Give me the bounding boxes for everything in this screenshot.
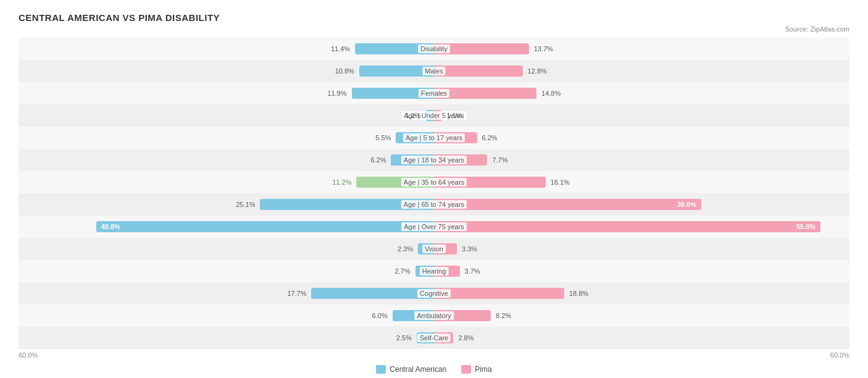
value-right: 18.8% — [567, 290, 588, 297]
chart-row: Males10.8%12.8% — [19, 60, 849, 82]
bar-container: Age | 65 to 74 years25.1%38.6% — [19, 198, 849, 211]
bar-right — [434, 65, 523, 77]
bar-label: Females — [419, 89, 449, 98]
value-left: 17.7% — [287, 290, 309, 297]
bar-label: Ambulatory — [414, 311, 454, 320]
bar-label: Disability — [418, 44, 450, 53]
legend: Central American Pima — [19, 365, 849, 374]
bar-label: Self-Care — [417, 334, 451, 342]
chart-row: Self-Care2.5%2.8% — [19, 327, 849, 349]
bar-label: Age | 5 to 17 years — [403, 133, 465, 142]
value-right: 6.2% — [480, 134, 498, 141]
bar-container: Hearing2.7%3.7% — [19, 264, 849, 278]
value-left: 5.5% — [375, 134, 393, 141]
bar-label: Cognitive — [417, 289, 451, 298]
chart-row: Age | Over 75 years48.8%55.8% — [19, 216, 849, 238]
legend-label-pima: Pima — [475, 365, 491, 374]
value-left: 48.8% — [99, 223, 120, 230]
chart-row: Disability11.4%13.7% — [19, 38, 849, 60]
legend-item-pima: Pima — [461, 365, 491, 374]
chart-row: Ambulatory6.0%8.2% — [19, 304, 849, 327]
bar-container: Vision2.3%3.3% — [19, 242, 849, 256]
value-right: 13.7% — [532, 45, 553, 52]
bar-left — [311, 288, 434, 299]
bar-container: Age | Under 5 years1.2%1.1% — [19, 109, 849, 122]
value-right: 16.1% — [548, 178, 570, 186]
bar-container: Age | Over 75 years48.8%55.8% — [19, 220, 849, 233]
value-left: 11.9% — [327, 90, 349, 97]
bar-container: Age | 5 to 17 years5.5%6.2% — [19, 131, 849, 145]
bar-container: Age | 35 to 64 years11.2%16.1% — [19, 175, 849, 189]
value-right: 3.3% — [459, 245, 477, 253]
x-axis-right: 60.0% — [830, 351, 849, 359]
value-right: 1.1% — [444, 112, 462, 119]
bar-right — [434, 199, 701, 210]
bar-label: Age | 35 to 64 years — [401, 178, 467, 187]
bar-container: Self-Care2.5%2.8% — [19, 331, 849, 345]
chart-row: Cognitive17.7%18.8% — [19, 282, 849, 304]
chart-title: CENTRAL AMERICAN VS PIMA DISABILITY — [19, 12, 849, 23]
value-left: 25.1% — [236, 201, 257, 208]
bar-right — [434, 221, 820, 232]
chart-row: Age | 65 to 74 years25.1%38.6% — [19, 193, 849, 216]
value-left: 11.4% — [331, 45, 353, 52]
bar-left — [96, 221, 434, 232]
chart-area: Disability11.4%13.7%Males10.8%12.8%Femal… — [19, 38, 849, 349]
value-left: 10.8% — [335, 67, 357, 75]
bar-container: Males10.8%12.8% — [19, 64, 849, 78]
bar-container: Females11.9%14.8% — [19, 86, 849, 100]
bar-container: Age | 18 to 34 years6.2%7.7% — [19, 153, 849, 167]
source: Source: ZipAtlas.com — [19, 25, 849, 33]
value-left: 2.5% — [396, 334, 414, 342]
value-right: 2.8% — [456, 334, 474, 342]
value-right: 14.8% — [539, 90, 561, 97]
legend-label-central: Central American — [390, 365, 446, 374]
value-left: 2.3% — [398, 245, 415, 253]
bar-label: Vision — [422, 245, 446, 253]
bar-label: Age | 18 to 34 years — [401, 156, 467, 164]
legend-color-pima — [461, 365, 471, 374]
bar-right — [434, 288, 564, 299]
value-right: 8.2% — [493, 312, 511, 319]
value-right: 12.8% — [525, 67, 547, 75]
chart-row: Females11.9%14.8% — [19, 82, 849, 104]
value-left: 6.0% — [372, 312, 390, 319]
value-left: 11.2% — [332, 178, 354, 186]
value-left: 6.2% — [370, 156, 388, 164]
value-left: 1.2% — [405, 112, 423, 119]
chart-row: Vision2.3%3.3% — [19, 238, 849, 260]
bar-container: Cognitive17.7%18.8% — [19, 287, 849, 300]
bar-label: Age | Over 75 years — [401, 222, 467, 231]
bar-label: Males — [422, 67, 445, 75]
value-left: 2.7% — [395, 267, 413, 275]
legend-item-central: Central American — [376, 365, 446, 374]
bar-container: Disability11.4%13.7% — [19, 42, 849, 56]
chart-row: Age | 5 to 17 years5.5%6.2% — [19, 127, 849, 149]
bar-label: Age | 65 to 74 years — [401, 200, 467, 209]
value-right: 55.8% — [796, 223, 818, 230]
chart-row: Hearing2.7%3.7% — [19, 260, 849, 282]
value-right: 3.7% — [462, 267, 480, 275]
bar-label: Hearing — [420, 267, 449, 275]
chart-row: Age | 35 to 64 years11.2%16.1% — [19, 171, 849, 193]
legend-color-central — [376, 365, 386, 374]
chart-row: Age | 18 to 34 years6.2%7.7% — [19, 149, 849, 171]
x-axis-left: 60.0% — [19, 351, 38, 359]
bar-container: Ambulatory6.0%8.2% — [19, 309, 849, 322]
value-right: 38.6% — [677, 201, 699, 208]
chart-row: Age | Under 5 years1.2%1.1% — [19, 104, 849, 127]
value-right: 7.7% — [490, 156, 507, 164]
x-axis: 60.0% 60.0% — [19, 349, 849, 361]
